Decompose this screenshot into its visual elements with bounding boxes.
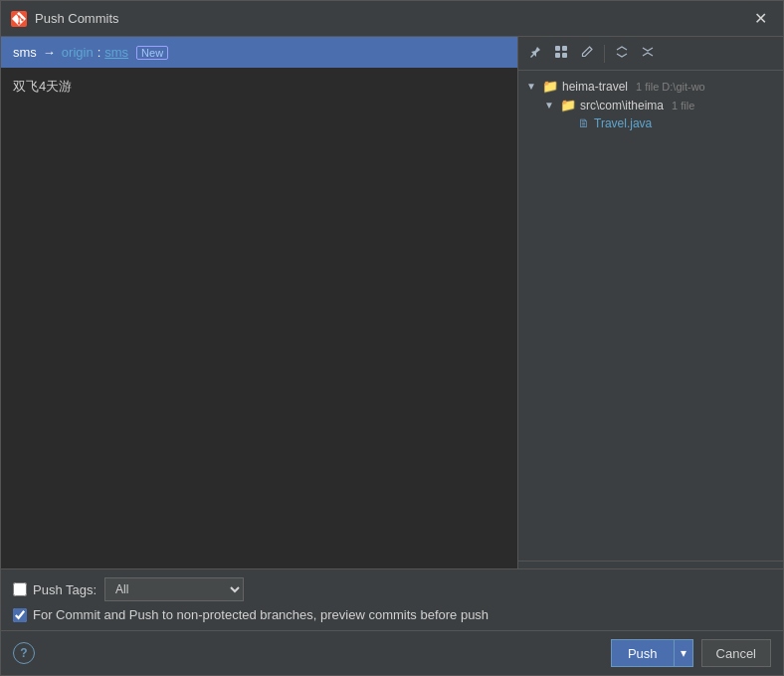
expand-button[interactable]	[611, 43, 633, 65]
pin-button[interactable]	[524, 43, 546, 65]
preview-label: For Commit and Push to non-protected bra…	[33, 607, 489, 622]
branch-remote: origin	[62, 45, 94, 60]
file-icon: 🗎	[578, 116, 590, 130]
svg-rect-4	[562, 53, 567, 58]
push-dropdown-button[interactable]: ▾	[674, 639, 693, 667]
git-icon	[11, 11, 27, 27]
dest-branch: sms	[104, 45, 128, 60]
dialog-title: Push Commits	[35, 11, 748, 26]
push-button-group: Push ▾	[611, 639, 693, 667]
commits-list: 双飞4天游	[1, 68, 517, 568]
push-tags-checkbox[interactable]	[13, 582, 27, 596]
close-button[interactable]: ✕	[748, 9, 773, 29]
edit-button[interactable]	[576, 43, 598, 65]
tree-row[interactable]: 🗎 Travel.java	[522, 114, 779, 132]
collapse-button[interactable]	[637, 43, 659, 65]
grid-button[interactable]	[550, 43, 572, 65]
pin-icon	[528, 45, 542, 59]
right-panel: ▼ 📁 heima-travel 1 file D:\git-wo ▼ 📁 sr…	[518, 37, 783, 568]
bottom-bar: Push Tags: All For Commit and Push to no…	[1, 568, 783, 630]
file-tree: ▼ 📁 heima-travel 1 file D:\git-wo ▼ 📁 sr…	[518, 71, 783, 561]
action-bar: ? Push ▾ Cancel	[1, 630, 783, 675]
edit-icon	[580, 45, 594, 59]
chevron-down-icon: ▾	[681, 646, 686, 660]
preview-checkbox[interactable]	[13, 608, 27, 622]
main-content: sms → origin : sms New 双飞4天游	[1, 37, 783, 568]
cancel-button[interactable]: Cancel	[701, 639, 771, 667]
left-panel: sms → origin : sms New 双飞4天游	[1, 37, 518, 568]
title-bar: Push Commits ✕	[1, 1, 783, 37]
tree-item-label: heima-travel	[562, 80, 628, 94]
collapse-icon	[641, 45, 655, 59]
chevron-down-icon: ▼	[544, 100, 556, 111]
right-toolbar	[518, 37, 783, 71]
horizontal-scrollbar[interactable]	[518, 561, 783, 568]
svg-rect-3	[555, 53, 560, 58]
commit-item[interactable]: 双飞4天游	[13, 76, 505, 98]
svg-rect-2	[562, 46, 567, 51]
tree-item-label: Travel.java	[594, 116, 652, 130]
help-button[interactable]: ?	[13, 642, 35, 664]
push-tags-checkbox-label[interactable]: Push Tags:	[13, 582, 97, 597]
tree-item-label: src\com\itheima	[580, 99, 664, 113]
folder-icon: 📁	[542, 79, 558, 94]
push-tags-label: Push Tags:	[33, 582, 97, 597]
source-branch: sms	[13, 45, 37, 60]
preview-checkbox-label[interactable]: For Commit and Push to non-protected bra…	[13, 607, 489, 622]
chevron-down-icon: ▼	[526, 81, 538, 92]
tree-row[interactable]: ▼ 📁 src\com\itheima 1 file	[522, 96, 779, 114]
svg-rect-1	[555, 46, 560, 51]
tree-row[interactable]: ▼ 📁 heima-travel 1 file D:\git-wo	[522, 77, 779, 96]
push-commits-dialog: Push Commits ✕ sms → origin : sms New 双飞…	[0, 0, 784, 676]
folder-icon: 📁	[560, 98, 576, 113]
help-icon: ?	[20, 646, 27, 660]
tree-item-meta: 1 file	[672, 100, 694, 112]
tags-select[interactable]: All	[104, 577, 244, 601]
grid-icon	[554, 45, 568, 59]
branch-colon: :	[98, 45, 101, 60]
branch-arrow: →	[43, 45, 56, 60]
toolbar-divider	[604, 45, 605, 63]
tree-item-meta: 1 file D:\git-wo	[636, 81, 705, 93]
expand-icon	[615, 45, 629, 59]
push-button[interactable]: Push	[611, 639, 674, 667]
new-badge: New	[136, 46, 168, 60]
push-tags-row: Push Tags: All	[13, 577, 771, 601]
branch-header: sms → origin : sms New	[1, 37, 517, 68]
preview-commits-row: For Commit and Push to non-protected bra…	[13, 607, 771, 622]
